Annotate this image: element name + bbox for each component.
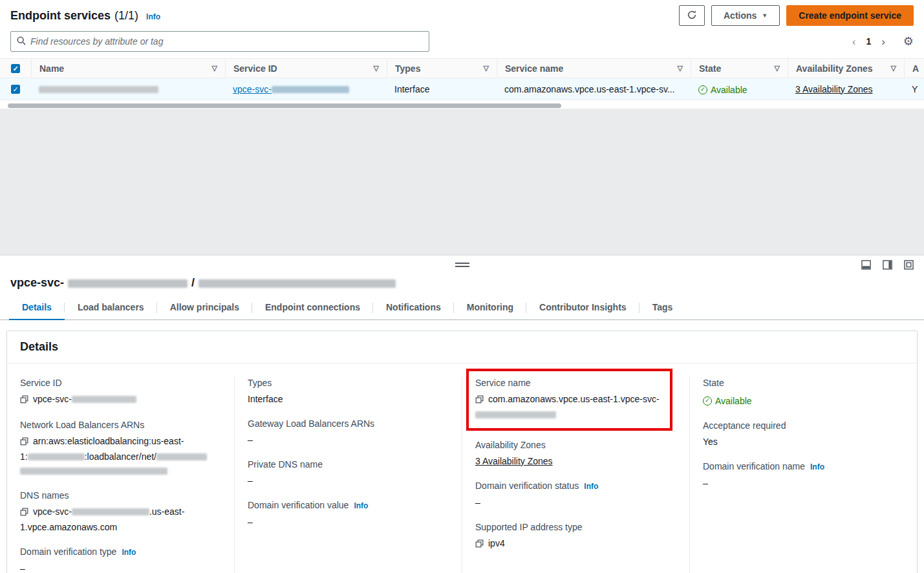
field-label: DNS names [20,489,221,502]
available-check-icon: ✓ [703,396,712,405]
table-row[interactable]: ✓ vpce-svc- Interface com.amazonaws.vpce… [0,78,924,100]
field-domain-verification-status: Domain verification statusInfo – [475,479,676,510]
panel-title-prefix: vpce-svc- [10,276,64,290]
actions-button[interactable]: Actions ▼ [711,5,780,26]
field-value: arn:aws:elasticloadbalancing:us-east- 1:… [20,434,221,478]
tab-contributor-insights[interactable]: Contributor Insights [526,296,639,319]
filter-icon[interactable]: ▽ [484,64,489,72]
redacted-title-id [68,279,188,288]
field-label: Network Load Balancers ARNs [20,418,221,431]
status-text: Available [715,394,752,408]
service-name-highlight-box: Service name com.amazonaws.vpce.us-east-… [466,369,672,431]
cell-acceptance: Y [904,84,924,94]
column-header-types[interactable]: Types ▽ [387,59,497,78]
copy-icon[interactable] [20,506,28,520]
page-title: Endpoint services (1/1) Info [10,9,160,23]
page-header: Endpoint services (1/1) Info Actions ▼ C… [0,4,924,27]
redacted-text [475,411,556,418]
column-label: Service ID [233,63,277,74]
field-private-dns-name: Private DNS name – [248,458,449,488]
tab-details[interactable]: Details [9,296,65,320]
filter-icon[interactable]: ▽ [775,64,780,72]
column-header-service-id[interactable]: Service ID ▽ [225,59,387,78]
service-id-link[interactable]: vpce-svc- [233,84,349,94]
field-value: com.amazonaws.vpce.us-east-1.vpce-svc- [475,392,663,422]
previous-page-button[interactable]: ‹ [852,36,856,47]
field-label: Private DNS name [248,458,449,471]
field-label-text: Domain verification type [20,546,116,557]
filter-icon[interactable]: ▽ [678,64,683,72]
filter-icon[interactable]: ▽ [374,64,379,72]
create-endpoint-service-button[interactable]: Create endpoint service [786,5,914,26]
refresh-button[interactable] [679,5,705,26]
availability-zones-link[interactable]: 3 Availability Zones [475,456,553,466]
panel-drag-handle[interactable] [455,263,469,267]
service-id-text: vpce-svc- [33,394,72,404]
current-page[interactable]: 1 [866,36,871,47]
cell-name [31,84,225,94]
table-toolbar: ‹ 1 › ⚙ [10,31,914,52]
field-label: Gateway Load Balancers ARNs [248,417,449,430]
copy-icon[interactable] [475,393,484,407]
tab-allow-principals[interactable]: Allow principals [157,296,252,319]
info-link[interactable]: Info [584,482,598,491]
scrollbar-thumb[interactable] [8,103,561,108]
copy-icon[interactable] [20,393,28,407]
tab-endpoint-connections[interactable]: Endpoint connections [252,296,373,319]
row-checkbox[interactable]: ✓ [11,85,20,94]
panel-layout-controls [861,260,914,270]
availability-zones-link[interactable]: 3 Availability Zones [795,84,873,94]
search-input[interactable] [30,36,423,47]
field-gateway-load-balancer-arns: Gateway Load Balancers ARNs – [248,417,449,447]
field-value: Interface [248,392,449,406]
panel-position-side-icon[interactable] [883,260,892,270]
filter-icon[interactable]: ▽ [891,64,896,72]
column-header-service-name[interactable]: Service name ▽ [497,59,691,78]
search-icon [17,36,26,47]
field-value: – [248,433,449,447]
info-link[interactable]: Info [810,462,824,471]
horizontal-scrollbar[interactable] [8,103,916,109]
column-header-state[interactable]: State ▽ [691,59,788,78]
status-text: Available [711,85,747,95]
select-all-checkbox[interactable]: ✓ [11,64,20,73]
field-label: Domain verification statusInfo [475,479,676,493]
column-header-availability-zones[interactable]: Availability Zones ▽ [788,59,904,78]
filter-icon[interactable]: ▽ [212,64,217,72]
caret-down-icon: ▼ [762,12,768,19]
tab-notifications[interactable]: Notifications [373,296,454,319]
copy-icon[interactable] [20,435,28,449]
search-box[interactable] [10,31,429,52]
tab-load-balancers[interactable]: Load balancers [65,296,157,319]
tab-monitoring[interactable]: Monitoring [454,296,526,319]
app-root: Endpoint services (1/1) Info Actions ▼ C… [0,0,924,573]
field-label: Acceptance required [703,419,904,432]
panel-fullscreen-icon[interactable] [904,260,914,270]
field-value: – [475,495,676,510]
details-column-1: Service ID vpce-svc- Network Load Balanc… [7,376,234,573]
available-check-icon: ✓ [698,85,707,94]
column-header-name[interactable]: Name ▽ [31,59,225,78]
next-page-button[interactable]: › [881,36,885,47]
dns-text: 1.vpce.amazonaws.com [20,522,117,532]
header-actions: Actions ▼ Create endpoint service [679,5,914,26]
actions-button-label: Actions [724,10,757,21]
details-card-body: Service ID vpce-svc- Network Load Balanc… [7,363,917,573]
redacted-title-name [199,279,396,288]
settings-gear-icon[interactable]: ⚙ [903,36,914,47]
field-value: Yes [703,435,904,449]
panel-position-bottom-icon[interactable] [861,260,871,270]
info-link[interactable]: Info [146,12,160,21]
details-card: Details Service ID vpce-svc- Network Loa… [6,330,918,573]
info-link[interactable]: Info [122,548,136,557]
copy-icon[interactable] [475,537,484,552]
column-header-acceptance[interactable]: A [904,59,924,78]
field-label: Service name [475,376,663,389]
cell-service-id: vpce-svc- [225,84,387,94]
tab-tags[interactable]: Tags [639,296,686,319]
panel-title-separator: / [191,276,195,290]
cell-service-name: com.amazonaws.vpce.us-east-1.vpce-sv... [497,84,691,94]
info-link[interactable]: Info [354,501,368,510]
details-column-2: Types Interface Gateway Load Balancers A… [234,376,462,573]
field-label: Supported IP address type [475,521,676,534]
